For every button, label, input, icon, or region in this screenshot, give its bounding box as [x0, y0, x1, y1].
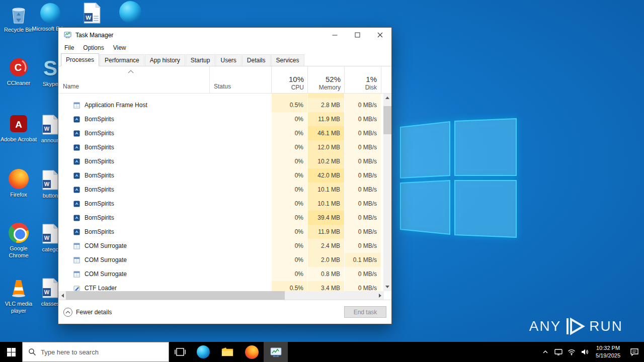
fewer-details-toggle[interactable]: Fewer details: [63, 308, 112, 317]
tab-app-history[interactable]: App history: [145, 54, 185, 66]
chrome-icon: [8, 222, 30, 244]
process-icon: [73, 215, 80, 221]
task-view-button[interactable]: [169, 342, 191, 362]
tab-users[interactable]: Users: [215, 54, 241, 66]
column-header-cpu[interactable]: 10% CPU: [271, 75, 304, 91]
volume-tray-icon[interactable]: [578, 342, 591, 362]
menu-view[interactable]: View: [109, 44, 131, 51]
close-button[interactable]: [369, 28, 391, 42]
process-name: Application Frame Host: [85, 102, 147, 109]
process-status: [209, 281, 271, 291]
disk-total: 1%: [344, 75, 377, 83]
desktop-icon-edge-2[interactable]: [112, 1, 149, 25]
process-disk-value: 0 MB/s: [344, 98, 381, 112]
process-disk-value: 0 MB/s: [344, 112, 381, 126]
process-name: BornSpirits: [85, 228, 114, 235]
end-task-button[interactable]: End task: [344, 306, 386, 318]
minimize-button[interactable]: [324, 28, 346, 42]
process-row[interactable]: BornSpirits 0% 11.9 MB 0 MB/s: [58, 112, 384, 126]
process-cpu-value: 0%: [271, 267, 307, 281]
process-disk-value: 0 MB/s: [344, 225, 381, 239]
process-row[interactable]: BornSpirits 0% 39.4 MB 0 MB/s: [58, 211, 384, 225]
vlc-icon: [8, 277, 30, 299]
cpu-total: 10%: [271, 75, 304, 83]
windows-logo: [397, 118, 518, 244]
hidden-icons-chevron[interactable]: [539, 342, 552, 362]
process-row[interactable]: COM Surrogate 0% 0.8 MB 0 MB/s: [58, 267, 384, 281]
chevron-up-circle-icon: [63, 308, 72, 317]
process-row[interactable]: BornSpirits 0% 12.0 MB 0 MB/s: [58, 140, 384, 154]
process-row[interactable]: BornSpirits 0% 10.1 MB 0 MB/s: [58, 183, 384, 197]
firefox-icon: [245, 345, 259, 359]
edge-icon: [119, 1, 141, 23]
process-disk-value: 0 MB/s: [344, 239, 381, 253]
title-bar[interactable]: Task Manager: [58, 28, 391, 42]
tab-startup[interactable]: Startup: [186, 54, 215, 66]
process-status: [209, 168, 271, 183]
process-row[interactable]: BornSpirits 0% 10.1 MB 0 MB/s: [58, 197, 384, 211]
process-icon: [73, 257, 80, 263]
process-disk-value: 0 MB/s: [344, 140, 381, 154]
scroll-up-arrow[interactable]: [383, 94, 391, 102]
tab-processes[interactable]: Processes: [61, 53, 99, 66]
taskbar-file-explorer-button[interactable]: [215, 342, 239, 362]
scroll-right-arrow[interactable]: [376, 291, 384, 300]
svg-text:A: A: [15, 119, 22, 130]
tab-details[interactable]: Details: [242, 54, 271, 66]
word-doc-icon: W: [81, 2, 103, 24]
process-cpu-value: 0%: [271, 168, 307, 183]
column-header-disk[interactable]: 1% Disk: [344, 75, 377, 91]
process-row[interactable]: BornSpirits 0% 42.0 MB 0 MB/s: [58, 168, 384, 183]
start-button[interactable]: [0, 342, 22, 362]
sort-ascending-icon: [128, 68, 134, 75]
tab-performance[interactable]: Performance: [100, 54, 144, 66]
process-row[interactable]: BornSpirits 0% 11.9 MB 0 MB/s: [58, 225, 384, 239]
process-disk-value: 0 MB/s: [344, 197, 381, 211]
process-cpu-value: 0%: [271, 140, 307, 154]
process-cpu-value: 0%: [271, 154, 307, 168]
scroll-left-arrow[interactable]: [58, 291, 66, 300]
horizontal-scroll-thumb[interactable]: [66, 291, 285, 300]
svg-text:W: W: [86, 15, 91, 21]
menu-options[interactable]: Options: [78, 44, 108, 51]
maximize-button[interactable]: [346, 28, 369, 42]
process-memory-value: 10.1 MB: [307, 183, 344, 197]
action-center-button[interactable]: [625, 342, 644, 362]
process-row[interactable]: BornSpirits 0% 46.1 MB 0 MB/s: [58, 126, 384, 140]
menu-file[interactable]: File: [60, 44, 78, 51]
svg-text:C: C: [15, 62, 22, 73]
tab-services[interactable]: Services: [271, 54, 304, 66]
taskbar-clock[interactable]: 10:32 PM 5/19/2025: [591, 344, 625, 359]
process-row[interactable]: CTF Loader 0.5% 3.4 MB 0 MB/s: [58, 281, 384, 291]
process-row[interactable]: Application Frame Host 0.5% 2.8 MB 0 MB/…: [58, 98, 384, 112]
scroll-down-arrow[interactable]: [383, 283, 391, 291]
network-tray-icon[interactable]: [565, 342, 578, 362]
process-memory-value: 10.1 MB: [307, 197, 344, 211]
display-tray-icon[interactable]: [552, 342, 565, 362]
taskbar-task-manager-button[interactable]: [264, 342, 288, 362]
search-icon: [28, 348, 36, 356]
column-header-memory[interactable]: 52% Memory: [307, 75, 341, 91]
process-status: [209, 267, 271, 281]
edge-icon: [197, 345, 210, 358]
process-row[interactable]: BornSpirits 0% 10.2 MB 0 MB/s: [58, 154, 384, 168]
anyrun-logo-icon: [565, 317, 585, 336]
process-row[interactable]: [58, 94, 384, 98]
vertical-scrollbar[interactable]: [383, 94, 391, 291]
process-cpu-value: 0%: [271, 225, 307, 239]
desktop-icon-word-document[interactable]: W: [73, 2, 111, 26]
taskbar-search-box[interactable]: [22, 342, 169, 362]
process-disk-value: 0 MB/s: [344, 183, 381, 197]
firefox-icon: [8, 168, 30, 190]
horizontal-scrollbar[interactable]: [58, 291, 384, 300]
search-input[interactable]: [41, 348, 151, 356]
process-row[interactable]: COM Surrogate 0% 2.4 MB 0 MB/s: [58, 239, 384, 253]
vertical-scroll-thumb[interactable]: [383, 106, 391, 134]
process-memory-value: 2.0 MB: [307, 253, 344, 267]
process-row[interactable]: COM Surrogate 0% 2.0 MB 0.1 MB/s: [58, 253, 384, 267]
taskbar-firefox-button[interactable]: [239, 342, 264, 362]
column-header-status[interactable]: Status: [214, 83, 231, 90]
taskbar-edge-button[interactable]: [191, 342, 215, 362]
process-status: [209, 225, 271, 239]
column-header-name[interactable]: Name: [63, 83, 79, 90]
